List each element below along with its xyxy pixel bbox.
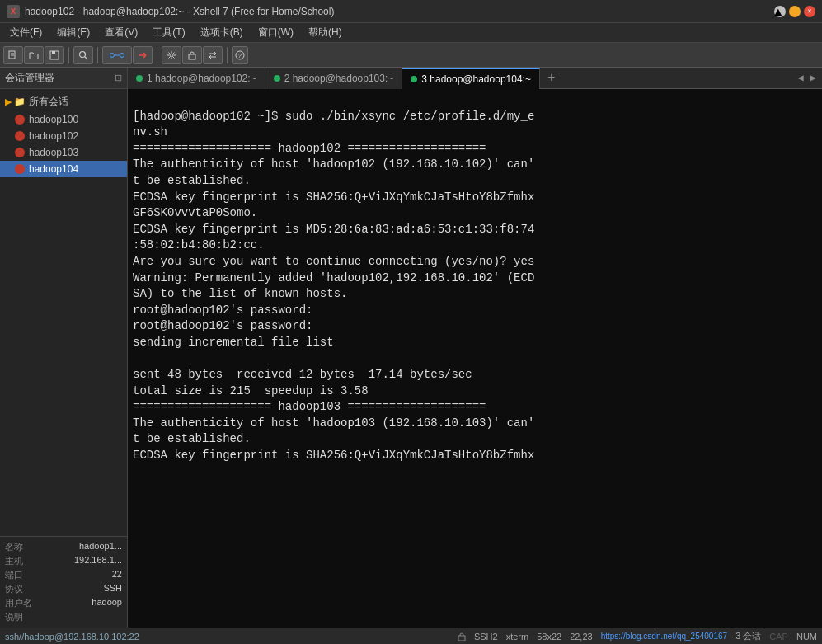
sidebar-info: 名称 hadoop1... 主机 192.168.1... 端口 22 协议 S… [0,536,127,628]
sidebar-label-hadoop100: hadoop100 [29,114,78,125]
toolbar-misc-group [162,46,223,64]
menu-tabs[interactable]: 选项卡(B) [194,24,250,41]
info-port-row: 端口 22 [5,568,122,582]
terminal-area: 1 hadoop@hadoop102:~ 2 hadoop@hadoop103:… [128,68,822,628]
info-username-row: 用户名 hadoop [5,596,122,610]
sidebar-pin-icon[interactable]: ⊡ [115,73,122,83]
tabs-nav-right[interactable]: ▶ [808,72,819,84]
app-icon: X [7,5,20,18]
sidebar-item-hadoop102[interactable]: hadoop102 [0,128,127,144]
status-xterm: xterm [506,632,529,642]
svg-point-7 [110,53,115,57]
status-sessions: 3 会话 [735,630,761,642]
terminal-output[interactable]: [hadoop@hadoop102 ~]$ sudo ./bin/xsync /… [128,89,822,628]
tabs-nav: ◀ ▶ [796,72,822,84]
status-right-group: SSH2 xterm 58x22 22,23 https://blog.csdn… [458,630,817,642]
tab-3-dot [411,76,417,82]
info-name-value: hadoop1... [79,541,122,553]
status-bar: ssh//hadoop@192.168.10.102:22 SSH2 xterm… [0,628,822,644]
svg-line-6 [85,57,87,59]
toolbar-lock-btn[interactable] [182,46,202,64]
main-area: 会话管理器 ⊡ ▶ 📁 所有会话 hadoop100 hadoop102 had… [0,68,822,628]
toolbar-save-btn[interactable] [45,46,64,64]
status-lock-icon [458,632,466,641]
sidebar-item-hadoop100[interactable]: hadoop100 [0,111,127,128]
menu-window[interactable]: 窗口(W) [251,24,300,41]
status-url: https://blog.csdn.net/qq_25400167 [601,632,727,641]
folder-icon: ▶ 📁 [5,96,26,107]
svg-point-9 [120,53,124,57]
toolbar-open-btn[interactable] [24,46,44,64]
toolbar-sep-4 [227,47,228,63]
info-protocol-label: 协议 [5,583,23,595]
toolbar-disconnect-btn[interactable] [133,46,153,64]
sidebar-item-hadoop104[interactable]: hadoop104 [0,161,127,177]
toolbar-search-group [73,46,93,64]
tab-3-label: 3 hadoop@hadoop104:~ [421,73,531,85]
tab-1[interactable]: 1 hadoop@hadoop102:~ [128,68,265,89]
svg-rect-14 [189,54,195,59]
window-title: hadoop102 - hadoop@hadoop102:~ - Xshell … [25,6,334,17]
status-ssh: SSH2 [474,632,498,642]
info-port-label: 端口 [5,569,23,581]
info-name-label: 名称 [5,541,23,553]
sidebar-label-hadoop103: hadoop103 [29,147,78,158]
session-icon-hadoop103 [15,148,25,157]
menu-tools[interactable]: 工具(T) [146,24,191,41]
tab-3[interactable]: 3 hadoop@hadoop104:~ [402,68,540,89]
info-protocol-value: SSH [103,583,122,595]
tab-2[interactable]: 2 hadoop@hadoop103:~ [265,68,403,89]
toolbar-connect-group [102,46,153,64]
info-username-label: 用户名 [5,597,32,609]
toolbar-connect-btn[interactable] [102,46,132,64]
svg-point-13 [170,54,173,57]
tabs-nav-left[interactable]: ◀ [796,72,806,84]
sidebar-label-hadoop102: hadoop102 [29,130,78,142]
session-icon-hadoop102 [15,131,25,141]
sidebar-header: 会话管理器 ⊡ [0,68,127,89]
tab-1-dot [136,75,143,82]
menu-view[interactable]: 查看(V) [98,24,144,41]
toolbar-search-btn[interactable] [73,46,93,64]
sidebar-sessions: ▶ 📁 所有会话 hadoop100 hadoop102 hadoop103 h… [0,89,127,181]
close-button[interactable]: ✕ [804,6,815,17]
toolbar-help-btn[interactable]: ? [232,46,248,64]
sidebar-all-sessions[interactable]: ▶ 📁 所有会话 [0,92,127,111]
status-datetime: 22,23 [570,632,593,642]
status-connection: ssh//hadoop@192.168.10.102:22 [5,632,451,642]
toolbar-sep-2 [97,47,98,63]
maximize-button[interactable] [789,6,801,17]
info-description-label: 说明 [5,611,23,623]
toolbar: ? [0,43,822,68]
toolbar-file-group [3,46,64,64]
svg-text:?: ? [238,52,242,59]
menu-help[interactable]: 帮助(H) [302,24,349,41]
menu-edit[interactable]: 编辑(E) [50,24,96,41]
tab-2-label: 2 hadoop@hadoop103:~ [284,73,394,84]
sidebar-title: 会话管理器 [5,71,54,85]
menu-bar: 文件(F) 编辑(E) 查看(V) 工具(T) 选项卡(B) 窗口(W) 帮助(… [0,23,822,43]
info-username-value: hadoop [92,597,122,609]
title-bar: X hadoop102 - hadoop@hadoop102:~ - Xshel… [0,0,822,23]
info-description-row: 说明 [5,610,122,624]
sidebar-item-hadoop103[interactable]: hadoop103 [0,144,127,161]
sidebar-section-label: 所有会话 [29,95,68,109]
add-tab-button[interactable]: + [542,68,561,88]
status-cap: CAP [769,632,788,642]
toolbar-transfer-btn[interactable] [203,46,223,64]
info-host-label: 主机 [5,555,23,567]
toolbar-new-btn[interactable] [3,46,23,64]
tab-1-label: 1 hadoop@hadoop102:~ [147,73,256,84]
minimize-button[interactable]: ▲ [774,6,786,17]
tabs-bar: 1 hadoop@hadoop102:~ 2 hadoop@hadoop103:… [128,68,822,89]
toolbar-sep-3 [157,47,157,63]
terminal-text: [hadoop@hadoop102 ~]$ sudo ./bin/xsync /… [133,110,534,462]
info-name-row: 名称 hadoop1... [5,540,122,554]
info-protocol-row: 协议 SSH [5,582,122,596]
info-port-value: 22 [112,569,122,581]
tab-2-dot [274,75,280,82]
menu-file[interactable]: 文件(F) [3,24,49,41]
toolbar-settings-btn[interactable] [162,46,181,64]
info-host-value: 192.168.1... [74,555,122,567]
status-num: NUM [796,632,817,642]
